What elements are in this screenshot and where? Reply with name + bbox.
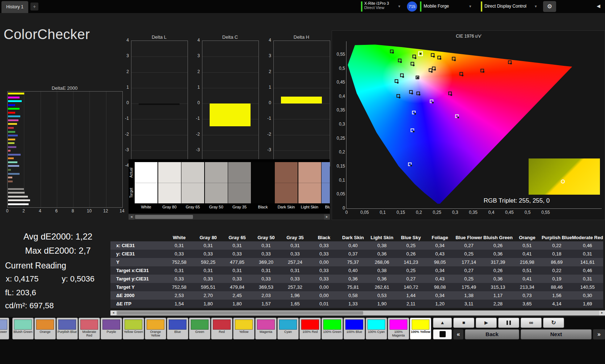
table-cell: 1,80	[223, 300, 252, 308]
table-cell: 2,03	[252, 291, 281, 300]
pattern-source-selector[interactable]: Mobile Forge	[424, 4, 449, 9]
pattern-button-green[interactable]: Green	[189, 318, 210, 339]
pattern-color-chip	[412, 319, 429, 330]
table-cell: 257,24	[281, 258, 310, 266]
pause-button[interactable]	[498, 318, 519, 328]
table-cell: 0,38	[367, 241, 396, 250]
pattern-button-100-red[interactable]: 100% Red	[299, 318, 321, 339]
cie-measure-dot	[440, 58, 441, 60]
tick-label: 0,05	[331, 191, 345, 196]
stop-button[interactable]: ■	[453, 318, 474, 328]
new-tab-button[interactable]: +	[30, 3, 38, 10]
pattern-button-100-blue[interactable]: 100% Blue	[344, 318, 365, 339]
table-scrollbar[interactable]: ◄ ►	[110, 310, 605, 316]
cie-measure-dot	[413, 64, 415, 66]
tab-history-1[interactable]: History 1	[1, 1, 28, 13]
table-corner-cell	[110, 233, 165, 241]
play-button[interactable]: ▶	[476, 318, 497, 328]
pattern-button-100-cyan[interactable]: 100% Cyan	[366, 318, 387, 339]
pattern-up-button[interactable]: ▲	[433, 318, 452, 328]
meter-status-indicator	[361, 1, 362, 12]
scroll-left-icon[interactable]: ◄	[110, 310, 116, 316]
pattern-button-cyan[interactable]: Cyan	[277, 318, 299, 339]
pattern-window-icon	[440, 331, 446, 337]
back-button[interactable]: Back	[465, 329, 519, 339]
table-cell: 595,51	[194, 283, 223, 291]
row-label: ΔE ITP	[110, 300, 165, 308]
chevron-down-icon[interactable]: ▾	[535, 4, 537, 9]
table-cell: 257,32	[281, 283, 310, 291]
cie-measure-dot	[402, 76, 404, 78]
meter-selector[interactable]: X-Rite i1Pro 3 Direct View	[364, 1, 398, 10]
chart-plot-area	[131, 41, 188, 166]
cie-measure-dot	[450, 94, 452, 96]
back-chevrons-icon[interactable]: «	[453, 329, 463, 339]
pattern-button-purple[interactable]: Purple	[101, 318, 122, 339]
de-bar-yellow	[8, 123, 17, 125]
cie-measure-dot	[510, 63, 512, 64]
table-header-cell: Bluish Green	[483, 233, 513, 241]
control-status-indicator	[481, 1, 482, 12]
tick-label: 0,45	[502, 210, 517, 215]
tick-label: 1	[191, 85, 200, 90]
pattern-button-red[interactable]: Red	[211, 318, 232, 339]
pattern-button-blue[interactable]: Blue	[167, 318, 188, 339]
pattern-button-blue-flower[interactable]: Blue Flower	[0, 318, 9, 339]
gridline	[202, 72, 259, 73]
pattern-button-100-magenta[interactable]: 100% Magenta	[388, 318, 409, 339]
cie-measure-dot	[414, 113, 416, 115]
de-bar-foliage	[8, 169, 11, 171]
settings-button[interactable]: ⚙	[543, 1, 556, 12]
pattern-button-purplish-blue[interactable]: Purplish Blue	[56, 318, 78, 339]
pattern-window-button[interactable]	[433, 329, 452, 339]
pattern-sequence-bar: Blue FlowerBluish GreenOrangePurplish Bl…	[0, 317, 432, 340]
pattern-button-moderate-red[interactable]: Moderate Red	[79, 318, 100, 339]
table-header-cell: Gray 50	[252, 233, 281, 241]
table-cell: 315,13	[483, 283, 513, 291]
pattern-button-orange-yellow[interactable]: Orange Yellow	[145, 318, 166, 339]
tick-label: 0,3	[331, 122, 345, 127]
pattern-button-bluish-green[interactable]: Bluish Green	[12, 318, 34, 339]
scroll-left-icon[interactable]: ◄	[129, 214, 134, 220]
table-cell: 0,43	[425, 275, 454, 283]
collapse-panel-button[interactable]: ◀	[597, 3, 600, 9]
gridline	[202, 88, 259, 88]
scroll-right-icon[interactable]: ►	[324, 214, 330, 220]
pattern-color-chip	[323, 319, 341, 330]
gridline	[202, 135, 259, 135]
tick-label: 0,5	[520, 210, 535, 215]
next-chevrons-icon[interactable]: »	[593, 329, 605, 339]
pattern-button-magenta[interactable]: Magenta	[255, 318, 277, 339]
patch-strip-scrollbar[interactable]: ◄ ►	[129, 214, 330, 220]
pattern-button-orange[interactable]: Orange	[34, 318, 56, 339]
tick-label: 4	[37, 208, 44, 213]
table-cell: 2,11	[396, 300, 425, 308]
pattern-color-chip	[36, 319, 54, 330]
page-title: ColorChecker	[4, 27, 90, 42]
display-control-selector[interactable]: Direct Display Control	[484, 4, 526, 9]
scrollbar-thumb[interactable]	[135, 215, 193, 219]
gridline	[274, 135, 330, 135]
pattern-button-label: 100% Green	[322, 330, 342, 334]
table-cell: 0,46	[572, 266, 603, 275]
scrollbar-thumb[interactable]	[117, 311, 363, 315]
tick-label: -1	[262, 116, 271, 121]
tick-label: 12	[102, 208, 109, 213]
loop-button[interactable]: ∞	[521, 318, 542, 328]
pattern-color-chip	[80, 319, 98, 330]
next-button[interactable]: Next	[521, 329, 592, 339]
gridline	[57, 92, 57, 207]
cie-measure-dot	[415, 57, 416, 59]
scroll-right-icon[interactable]: ►	[599, 310, 605, 316]
pattern-button-100-yellow[interactable]: 100% Yellow	[410, 318, 431, 339]
table-cell: 0,00	[310, 258, 339, 266]
pattern-button-yellow[interactable]: Yellow	[233, 318, 255, 339]
patch-swatch-dark-skin	[275, 162, 298, 203]
chevron-down-icon[interactable]: ▾	[469, 4, 471, 9]
pattern-button-yellow-green[interactable]: Yellow Green	[123, 318, 144, 339]
chevron-down-icon[interactable]: ▾	[398, 4, 400, 9]
pattern-button-100-green[interactable]: 100% Green	[322, 318, 343, 339]
gridline	[274, 88, 330, 88]
table-cell: 4,14	[542, 300, 572, 308]
repeat-button[interactable]: ↻	[543, 318, 564, 328]
